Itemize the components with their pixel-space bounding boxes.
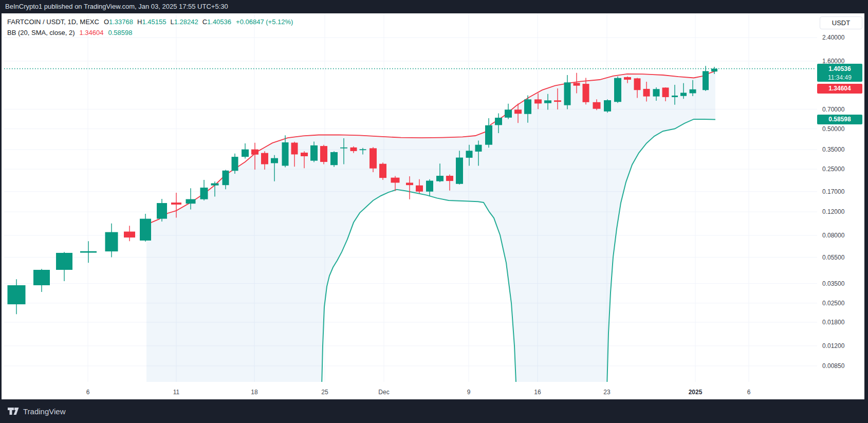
candle-body <box>524 99 531 114</box>
candle-body <box>271 158 278 163</box>
candle-body <box>391 178 400 183</box>
indicator-title: BB (20, SMA, close, 2) <box>7 29 75 36</box>
candle-body <box>340 148 347 149</box>
candle-body <box>350 148 357 151</box>
candle-body <box>672 96 678 97</box>
legend-symbol-row: FARTCOIN / USDT, 1D, MEXC O1.33768H1.451… <box>7 16 293 27</box>
price-tick-label: 2.40000 <box>822 33 844 42</box>
candle-body <box>330 152 338 165</box>
ohlc-token-l: L1.28242 <box>170 18 198 26</box>
candle-body <box>242 150 249 157</box>
currency-button[interactable]: USDT <box>820 16 862 29</box>
candle-body <box>634 78 641 90</box>
candle-body <box>624 77 631 80</box>
ohlc-token-c: C1.40536 <box>202 18 231 26</box>
chart-background <box>2 13 864 399</box>
time-tick-label: 18 <box>251 388 257 396</box>
price-chart-canvas[interactable] <box>0 0 868 423</box>
candle-body <box>426 181 433 192</box>
candle-body <box>301 153 308 156</box>
candle-body <box>680 93 687 96</box>
ohlc-token-o: O1.33768 <box>104 18 133 26</box>
candle-body <box>446 176 453 181</box>
time-tick-label: 6 <box>86 388 90 396</box>
symbol-title: FARTCOIN / USDT, 1D, MEXC <box>7 18 99 26</box>
time-tick-label: 11 <box>173 388 179 396</box>
candle-body <box>211 183 219 186</box>
tradingview-wordmark: TradingView <box>23 407 66 416</box>
candle-body <box>80 251 97 253</box>
candle-body <box>360 149 366 150</box>
price-tick-label: 0.17000 <box>822 188 844 196</box>
price-tick-label: 0.03500 <box>822 280 844 288</box>
candle-body <box>261 153 268 164</box>
candle-body <box>505 109 512 118</box>
candle-body <box>157 203 167 219</box>
candle-body <box>282 142 289 165</box>
candle-body <box>574 83 580 85</box>
candle-body <box>583 84 589 102</box>
candle-body <box>291 143 298 155</box>
legend-indicator-row: BB (20, SMA, close, 2) 1.34604 0.58598 <box>7 27 293 38</box>
price-tick-label: 0.00850 <box>822 362 844 370</box>
candle-body <box>251 150 258 155</box>
bb-upper-badge: 1.34604 <box>817 84 862 94</box>
candle-body <box>564 82 571 105</box>
time-tick-label: Dec <box>378 388 389 396</box>
candle-body <box>711 69 717 72</box>
candle-body <box>56 253 72 270</box>
candle-body <box>456 158 463 184</box>
time-tick-label: 6 <box>747 388 751 396</box>
footer-bar: TradingView <box>0 399 868 423</box>
chart-legend: FARTCOIN / USDT, 1D, MEXC O1.33768H1.451… <box>7 16 293 38</box>
candle-body <box>416 186 423 192</box>
bb-lower-badge: 0.58598 <box>817 115 862 124</box>
candle-body <box>475 145 482 152</box>
candle-body <box>124 232 135 238</box>
price-tick-label: 0.70000 <box>822 105 844 114</box>
candle-body <box>466 151 473 158</box>
time-tick-label: 25 <box>321 388 328 396</box>
candle-body <box>310 145 318 161</box>
time-tick-label: 9 <box>467 388 471 396</box>
candle-body <box>370 148 377 168</box>
price-tick-label: 0.25000 <box>822 165 844 173</box>
candle-body <box>662 87 669 97</box>
price-tick-label: 0.50000 <box>822 125 844 133</box>
price-tick-label: 0.12000 <box>822 208 844 216</box>
candle-body <box>554 100 561 102</box>
bb-upper-value: 1.34604 <box>80 29 104 36</box>
bb-lower-value: 0.58598 <box>108 29 133 36</box>
tradingview-logo-icon <box>8 408 19 415</box>
ohlc-token-h: H1.45155 <box>137 18 166 26</box>
candle-body <box>690 89 696 94</box>
tradingview-snapshot: BeInCrypto1 published on TradingView.com… <box>0 0 868 423</box>
candle-body <box>604 100 611 112</box>
candle-body <box>534 99 542 103</box>
candle-body <box>653 89 660 96</box>
candle-body <box>544 100 551 103</box>
candle-body <box>320 146 327 162</box>
price-tick-label: 0.01200 <box>822 342 844 350</box>
price-tick-label: 0.02500 <box>822 299 844 307</box>
candle-body <box>703 71 709 90</box>
candle-body <box>171 203 181 205</box>
bar-countdown: 11:34:49 <box>817 73 862 82</box>
last-price-value: 1.40536 <box>817 65 862 73</box>
price-tick-label: 0.05500 <box>822 253 844 262</box>
last-price-badge: 1.40536 11:34:49 <box>817 64 862 82</box>
candle-body <box>200 188 208 199</box>
candle-body <box>186 199 196 204</box>
ohlc-values: O1.33768H1.45155L1.28242C1.40536 <box>104 16 231 27</box>
candle-body <box>140 219 151 241</box>
candle-body <box>105 232 118 252</box>
candle-body <box>643 89 650 97</box>
candle-body <box>485 125 492 145</box>
change-value: +0.06847 (+5.12%) <box>236 18 293 26</box>
candle-body <box>406 182 413 185</box>
candle-body <box>514 109 522 114</box>
candle-body <box>33 270 50 285</box>
price-tick-label: 0.35000 <box>822 145 844 154</box>
time-tick-label: 23 <box>603 388 610 396</box>
time-tick-label: 16 <box>534 388 541 396</box>
